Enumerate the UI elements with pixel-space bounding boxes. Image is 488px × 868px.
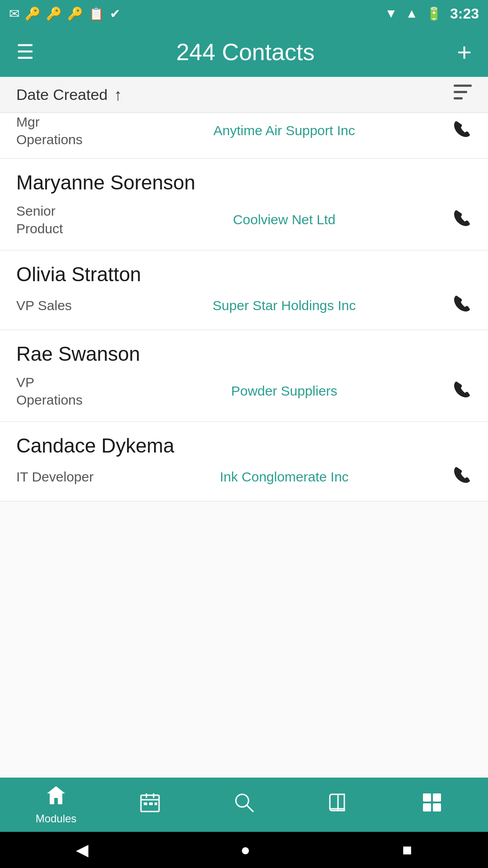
contact-name: Candace Dykema (16, 434, 472, 457)
contact-company[interactable]: Anytime Air Support Inc (116, 123, 453, 138)
check-icon: ✔ (110, 6, 120, 21)
contact-role: SeniorProduct (16, 202, 116, 237)
bottom-nav: Modules (0, 778, 488, 832)
svg-rect-8 (149, 802, 153, 805)
app-header: ☰ 244 Contacts + (0, 27, 488, 77)
sort-arrow-icon: ↑ (114, 85, 122, 104)
contact-role: MgrOperations (16, 113, 116, 148)
list-item[interactable]: Candace Dykema IT Developer Ink Conglome… (0, 422, 488, 501)
contact-detail: SeniorProduct Coolview Net Ltd (16, 202, 472, 237)
contact-detail: MgrOperations Anytime Air Support Inc (16, 113, 472, 148)
calendar-icon (139, 792, 161, 818)
status-bar: ✉ 🔑 🔑 🔑 📋 ✔ ▼ ▲ 🔋 3:23 (0, 0, 488, 27)
contact-name: Rae Swanson (16, 343, 472, 365)
key-icon-1: 🔑 (25, 6, 41, 21)
contact-role: IT Developer (16, 468, 116, 486)
search-icon (233, 792, 255, 818)
contact-list: MgrOperations Anytime Air Support Inc Ma… (0, 113, 488, 778)
contact-company[interactable]: Coolview Net Ltd (116, 212, 453, 227)
grid-icon (421, 792, 443, 818)
add-contact-button[interactable]: + (457, 38, 472, 67)
phone-icon[interactable] (453, 294, 472, 317)
phone-icon[interactable] (453, 208, 472, 231)
svg-rect-16 (423, 803, 431, 811)
contact-detail: VP Sales Super Star Holdings Inc (16, 294, 472, 317)
status-icons: ✉ 🔑 🔑 🔑 📋 ✔ (9, 6, 120, 21)
wifi-icon: ▼ (385, 6, 398, 21)
page-title: 244 Contacts (34, 38, 457, 66)
home-button[interactable]: ● (240, 840, 250, 859)
status-time: 3:23 (450, 5, 479, 22)
svg-rect-0 (454, 85, 472, 87)
book-icon (327, 792, 349, 818)
svg-rect-14 (423, 793, 431, 802)
svg-rect-17 (433, 803, 441, 811)
svg-rect-7 (144, 802, 147, 805)
list-item[interactable]: MgrOperations Anytime Air Support Inc (0, 113, 488, 159)
svg-rect-15 (433, 793, 441, 802)
home-icon (45, 784, 67, 810)
nav-item-modules[interactable]: Modules (29, 784, 83, 825)
android-nav: ◀ ● ■ (0, 832, 488, 868)
contact-role: VP Sales (16, 297, 116, 314)
recent-button[interactable]: ■ (402, 840, 412, 859)
clipboard-icon: 📋 (89, 6, 104, 21)
contact-name: Maryanne Sorenson (16, 171, 472, 194)
svg-rect-1 (454, 91, 467, 93)
nav-item-grid[interactable] (405, 792, 459, 818)
nav-label-modules: Modules (36, 812, 77, 825)
list-item[interactable]: Olivia Stratton VP Sales Super Star Hold… (0, 250, 488, 330)
sort-by-label: Date Created (16, 86, 108, 104)
contact-role: VPOperations (16, 373, 116, 409)
battery-icon: 🔋 (426, 6, 442, 21)
contact-detail: VPOperations Powder Suppliers (16, 373, 472, 409)
filter-icon[interactable] (454, 85, 472, 105)
list-item[interactable]: Maryanne Sorenson SeniorProduct Coolview… (0, 159, 488, 250)
phone-icon[interactable] (453, 465, 472, 488)
sort-label[interactable]: Date Created ↑ (16, 85, 122, 104)
nav-item-search[interactable] (217, 792, 271, 818)
key-icon-2: 🔑 (46, 6, 62, 21)
phone-icon[interactable] (453, 380, 472, 403)
contact-detail: IT Developer Ink Conglomerate Inc (16, 465, 472, 488)
contact-company[interactable]: Powder Suppliers (116, 383, 453, 399)
svg-rect-2 (454, 97, 463, 99)
nav-item-book[interactable] (311, 792, 365, 818)
back-button[interactable]: ◀ (76, 840, 89, 859)
sort-bar[interactable]: Date Created ↑ (0, 77, 488, 113)
mail-icon: ✉ (9, 6, 19, 21)
signal-icon: ▲ (405, 6, 418, 21)
svg-line-11 (247, 805, 253, 811)
key-icon-3: 🔑 (67, 6, 83, 21)
menu-button[interactable]: ☰ (16, 42, 34, 62)
list-item[interactable]: Rae Swanson VPOperations Powder Supplier… (0, 330, 488, 422)
nav-item-calendar[interactable] (123, 792, 177, 818)
svg-rect-9 (155, 802, 157, 805)
phone-icon[interactable] (453, 119, 472, 142)
contact-company[interactable]: Super Star Holdings Inc (116, 298, 453, 313)
contact-company[interactable]: Ink Conglomerate Inc (116, 469, 453, 485)
contact-name: Olivia Stratton (16, 263, 472, 286)
